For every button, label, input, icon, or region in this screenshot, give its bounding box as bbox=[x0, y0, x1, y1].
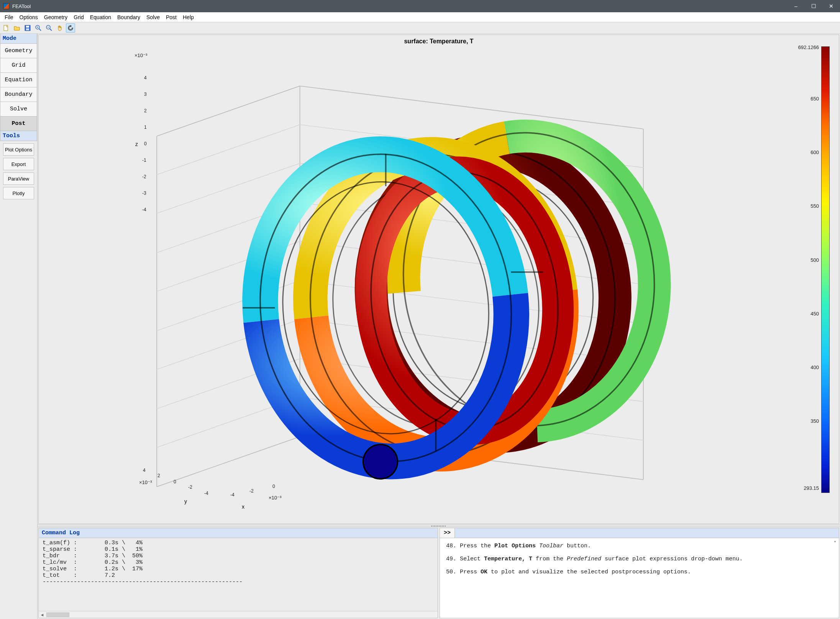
colorbar-tick: 550 bbox=[810, 203, 819, 209]
tool-plotly[interactable]: Plotly bbox=[3, 187, 34, 199]
text-bold: OK bbox=[481, 569, 487, 575]
z-tick: 0 bbox=[144, 141, 147, 146]
y-axis-label: y bbox=[184, 498, 187, 504]
x-axis-sci: ×10⁻³ bbox=[269, 495, 281, 501]
instructions-panel: >> ▴ 48. Press the Plot Options Toolbar … bbox=[440, 528, 839, 618]
colorbar-max: 692.1266 bbox=[798, 44, 819, 50]
mode-solve[interactable]: Solve bbox=[0, 102, 37, 117]
save-icon[interactable] bbox=[23, 23, 32, 33]
colorbar-tick: 500 bbox=[810, 257, 819, 263]
tool-export[interactable]: Export bbox=[3, 158, 34, 170]
new-file-icon[interactable] bbox=[2, 23, 11, 33]
command-log-panel: Command Log t_asm(f) : 0.3s \ 4% t_spars… bbox=[38, 528, 438, 618]
x-tick: -2 bbox=[249, 488, 254, 494]
menu-equation[interactable]: Equation bbox=[87, 13, 114, 21]
y-tick: 4 bbox=[143, 468, 146, 473]
axes-3d bbox=[73, 50, 770, 508]
tool-plot-options[interactable]: Plot Options bbox=[3, 143, 34, 156]
colorbar bbox=[821, 46, 830, 493]
menu-boundary[interactable]: Boundary bbox=[114, 13, 143, 21]
minimize-button[interactable]: – bbox=[787, 0, 805, 12]
menu-help[interactable]: Help bbox=[180, 13, 197, 21]
y-tick: -4 bbox=[204, 491, 208, 496]
x-tick: 0 bbox=[272, 484, 275, 489]
colorbar-min: 293.15 bbox=[804, 485, 819, 491]
z-tick: 4 bbox=[144, 75, 147, 80]
x-axis-label: x bbox=[242, 504, 244, 510]
zoom-out-icon[interactable] bbox=[44, 23, 54, 33]
maximize-button[interactable]: ☐ bbox=[805, 0, 822, 12]
title-bar: FEATool – ☐ ✕ bbox=[0, 0, 840, 12]
menu-geometry[interactable]: Geometry bbox=[41, 13, 71, 21]
window-title: FEATool bbox=[12, 3, 31, 9]
z-axis-label: z bbox=[135, 141, 138, 147]
open-folder-icon[interactable] bbox=[12, 23, 21, 33]
y-axis-sci: ×10⁻³ bbox=[139, 479, 152, 485]
z-tick: -2 bbox=[142, 174, 146, 179]
menu-grid[interactable]: Grid bbox=[71, 13, 87, 21]
text bbox=[536, 543, 539, 549]
sidebar-header-mode: Mode bbox=[0, 34, 37, 44]
text: 49. Select bbox=[446, 556, 484, 562]
close-button[interactable]: ✕ bbox=[822, 0, 840, 12]
z-tick: -1 bbox=[142, 158, 146, 163]
pan-hand-icon[interactable] bbox=[55, 23, 64, 33]
horizontal-splitter[interactable] bbox=[38, 525, 840, 527]
colorbar-tick: 350 bbox=[810, 418, 819, 424]
toolbar bbox=[0, 22, 840, 34]
svg-line-11 bbox=[157, 125, 300, 175]
svg-rect-2 bbox=[26, 26, 29, 28]
tool-paraview[interactable]: ParaView bbox=[3, 172, 34, 185]
z-tick: -4 bbox=[142, 207, 146, 212]
scroll-up-icon[interactable]: ▴ bbox=[832, 539, 838, 545]
menu-post[interactable]: Post bbox=[163, 13, 180, 21]
text-bold: Plot Options bbox=[494, 543, 536, 549]
command-log-header: Command Log bbox=[39, 528, 438, 538]
y-tick: -2 bbox=[188, 484, 192, 490]
colorbar-tick: 400 bbox=[810, 365, 819, 370]
menu-options[interactable]: Options bbox=[16, 13, 41, 21]
plot-title: surface: Temperature, T bbox=[39, 38, 839, 45]
text: to plot and visualize the selected postp… bbox=[487, 569, 691, 575]
colorbar-tick: 650 bbox=[810, 95, 819, 101]
mode-grid[interactable]: Grid bbox=[0, 58, 37, 73]
zoom-in-icon[interactable] bbox=[34, 23, 43, 33]
colorbar-tick: 600 bbox=[810, 149, 819, 155]
z-tick: 2 bbox=[144, 108, 147, 113]
instructions-body[interactable]: ▴ 48. Press the Plot Options Toolbar but… bbox=[440, 538, 839, 618]
sidebar-header-tools: Tools bbox=[0, 131, 37, 141]
command-log-hscroll[interactable]: ◄ bbox=[39, 611, 438, 618]
z-tick: 3 bbox=[144, 92, 147, 97]
x-tick: -4 bbox=[230, 492, 235, 497]
z-tick: 1 bbox=[144, 125, 147, 130]
mode-geometry[interactable]: Geometry bbox=[0, 44, 37, 58]
text-bold: Temperature, T bbox=[484, 556, 532, 562]
svg-line-9 bbox=[50, 29, 52, 31]
mode-post[interactable]: Post bbox=[0, 117, 37, 131]
mode-boundary[interactable]: Boundary bbox=[0, 87, 37, 102]
text-italic: Toolbar bbox=[539, 543, 563, 549]
svg-rect-3 bbox=[26, 28, 29, 30]
text: from the bbox=[532, 556, 567, 562]
svg-line-5 bbox=[39, 29, 41, 31]
plot-area[interactable]: surface: Temperature, T bbox=[38, 34, 839, 524]
y-tick: 0 bbox=[174, 479, 176, 484]
menu-bar: File Options Geometry Grid Equation Boun… bbox=[0, 12, 840, 22]
text: button. bbox=[563, 543, 591, 549]
command-log-body[interactable]: t_asm(f) : 0.3s \ 4% t_sparse : 0.1s \ 1… bbox=[39, 538, 438, 611]
instructions-prompt[interactable]: >> bbox=[440, 528, 455, 538]
text: 48. Press the bbox=[446, 543, 494, 549]
y-tick: 2 bbox=[158, 473, 160, 478]
mode-equation[interactable]: Equation bbox=[0, 73, 37, 87]
sidebar: Mode Geometry Grid Equation Boundary Sol… bbox=[0, 34, 38, 619]
text: 50. Press bbox=[446, 569, 481, 575]
text-italic: Predefined bbox=[567, 556, 601, 562]
reset-view-icon[interactable] bbox=[66, 23, 75, 33]
svg-rect-0 bbox=[4, 25, 8, 31]
z-axis-sci: ×10⁻³ bbox=[135, 53, 147, 58]
text: surface plot expressions drop-down menu. bbox=[601, 556, 743, 562]
menu-file[interactable]: File bbox=[2, 13, 16, 21]
colorbar-tick: 450 bbox=[810, 310, 819, 316]
menu-solve[interactable]: Solve bbox=[143, 13, 163, 21]
z-tick: -3 bbox=[142, 190, 146, 196]
